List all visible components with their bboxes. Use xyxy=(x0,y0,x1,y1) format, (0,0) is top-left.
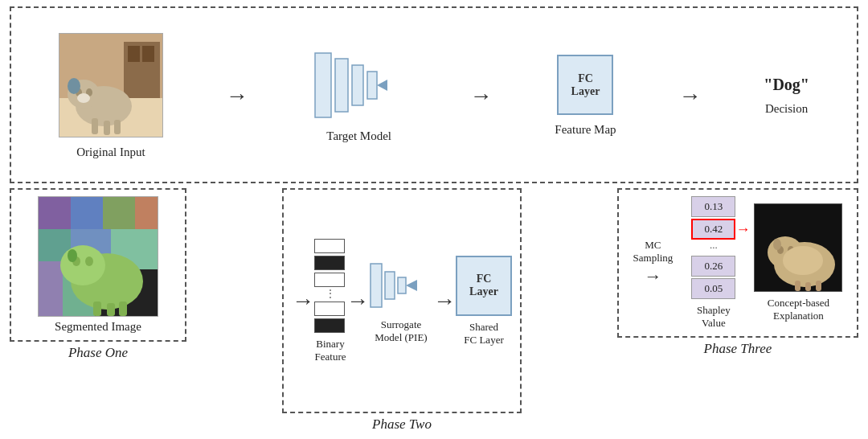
target-model-item: Target Model xyxy=(311,49,407,143)
svg-rect-23 xyxy=(135,197,158,229)
shapley-label: ShapleyValue xyxy=(697,304,731,330)
binary-feature-visual: ⋮ xyxy=(314,239,346,333)
svg-rect-50 xyxy=(816,281,821,291)
top-section: Original Input → Target Mo xyxy=(10,6,858,183)
segmented-image xyxy=(38,196,158,317)
bf-black-1 xyxy=(314,256,345,270)
arrow-1: → xyxy=(226,84,248,107)
svg-rect-48 xyxy=(795,281,800,291)
shared-fc-item: FCLayer SharedFC Layer xyxy=(456,256,512,347)
svg-point-30 xyxy=(60,245,105,285)
svg-point-47 xyxy=(783,246,823,275)
arrow-sm-fc: → xyxy=(433,289,456,312)
bf-white-2 xyxy=(314,273,345,287)
svg-point-33 xyxy=(68,249,77,262)
svg-marker-40 xyxy=(406,280,417,291)
svg-rect-27 xyxy=(39,261,63,317)
target-model-label: Target Model xyxy=(326,129,391,143)
svg-point-32 xyxy=(85,256,93,266)
segmented-image-label: Segmented Image xyxy=(55,320,141,334)
decision-label: Decision xyxy=(765,102,808,116)
arrow-2: → xyxy=(470,84,493,107)
original-input-label: Original Input xyxy=(76,146,145,159)
decision-value: "Dog" xyxy=(764,76,809,94)
svg-rect-22 xyxy=(103,197,135,229)
svg-rect-3 xyxy=(128,46,140,62)
svg-rect-34 xyxy=(93,302,101,316)
svg-rect-39 xyxy=(398,277,406,293)
phase-two-caption: Phase Two xyxy=(372,416,432,433)
binary-feature-label: BinaryFeature xyxy=(315,338,346,363)
svg-rect-36 xyxy=(119,302,127,316)
svg-rect-21 xyxy=(71,197,103,229)
svg-rect-49 xyxy=(805,282,811,291)
fc-box-top: FCLayer xyxy=(557,55,613,115)
svg-point-10 xyxy=(77,93,90,103)
svg-rect-14 xyxy=(315,53,331,117)
svg-rect-15 xyxy=(335,59,348,112)
shapley-item: 0.13 0.42 → ··· 0.26 0.05 ShapleyValue xyxy=(691,196,735,330)
phase-three-section: MCSampling → 0.13 0.42 → ··· 0.26 0.05 xyxy=(617,188,858,338)
explanation-image xyxy=(754,203,842,292)
sv-cell-4: 0.05 xyxy=(691,278,735,299)
svg-marker-18 xyxy=(377,80,387,91)
svg-rect-20 xyxy=(39,197,71,229)
svg-rect-11 xyxy=(92,118,98,134)
svg-rect-13 xyxy=(114,120,121,134)
original-input-item: Original Input xyxy=(59,33,163,159)
phase-one-caption: Phase One xyxy=(68,345,128,361)
fc-box-p2: FCLayer xyxy=(456,256,512,316)
feature-map-label: Feature Map xyxy=(555,123,616,137)
binary-feature-item: ⋮ BinaryFeature xyxy=(314,239,346,363)
arrow-p1-p2: → xyxy=(292,289,314,312)
bf-white-3 xyxy=(314,302,345,316)
sv-cell-3: 0.26 xyxy=(691,256,735,277)
feature-map-item: FCLayer Feature Map xyxy=(555,55,616,137)
shapley-values-visual: 0.13 0.42 → ··· 0.26 0.05 xyxy=(691,196,735,299)
shared-fc-label: SharedFC Layer xyxy=(464,321,503,347)
arrow-bf-sm: → xyxy=(346,289,369,312)
surrogate-label: SurrogateModel (PIE) xyxy=(375,318,427,344)
sv-dots: ··· xyxy=(710,241,718,254)
phase-three-caption: Phase Three xyxy=(704,341,772,357)
explanation-item: Concept-basedExplanation xyxy=(754,203,842,322)
svg-rect-16 xyxy=(352,65,363,105)
svg-rect-35 xyxy=(107,303,115,316)
bf-dots: ⋮ xyxy=(314,289,346,299)
cnn-visual xyxy=(311,49,407,121)
svg-point-46 xyxy=(773,239,781,250)
mc-sampling-item: MCSampling → xyxy=(633,239,674,287)
phase-two-section: → ⋮ BinaryFeature → xyxy=(282,188,522,413)
sv-cell-2-highlighted: 0.42 → xyxy=(691,219,735,240)
sv-cell-1: 0.13 xyxy=(691,196,735,217)
mc-arrow: → xyxy=(644,266,661,287)
svg-rect-4 xyxy=(142,46,154,62)
decision-item: "Dog" Decision xyxy=(764,76,809,116)
bf-white-1 xyxy=(314,239,345,253)
svg-rect-38 xyxy=(385,272,395,299)
explanation-label: Concept-basedExplanation xyxy=(768,297,829,322)
surrogate-model-item: SurrogateModel (PIE) xyxy=(369,257,433,344)
mc-text: MCSampling xyxy=(633,239,674,265)
svg-rect-37 xyxy=(371,264,382,307)
svg-rect-17 xyxy=(367,72,377,99)
arrow-3: → xyxy=(678,84,701,107)
main-container: Original Input → Target Mo xyxy=(0,0,868,439)
svg-rect-12 xyxy=(104,121,110,135)
phase-one-section: Segmented Image xyxy=(10,188,186,342)
original-input-image xyxy=(59,33,163,137)
svg-point-9 xyxy=(68,78,80,94)
bf-black-2 xyxy=(314,318,345,333)
